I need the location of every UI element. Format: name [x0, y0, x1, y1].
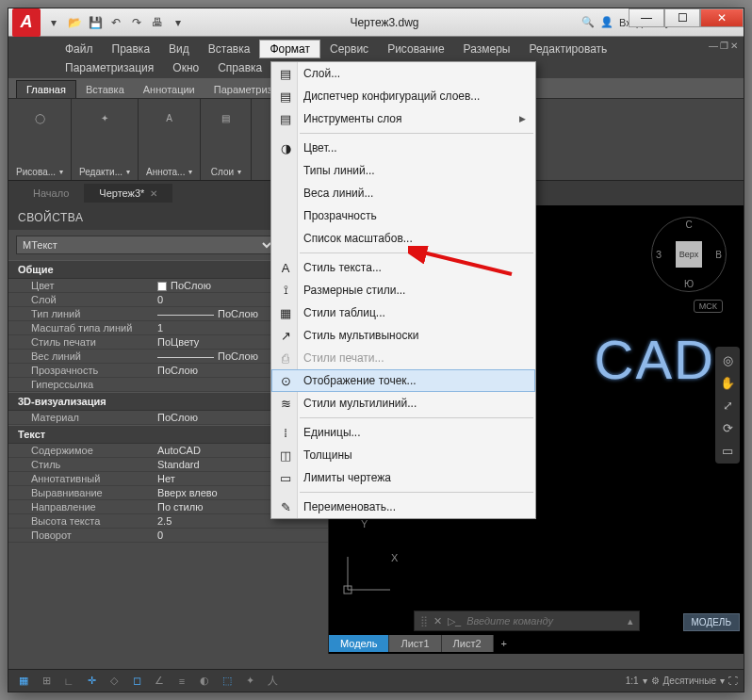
viewcube-north[interactable]: С [685, 220, 692, 230]
prop-value[interactable]: 0 [154, 529, 328, 541]
clean-screen-icon[interactable]: ⛶ [728, 676, 738, 686]
menu-Правка[interactable]: Правка [103, 41, 160, 57]
qp-icon[interactable]: 人 [263, 673, 282, 690]
user-icon[interactable]: 👤 [600, 16, 613, 28]
qat-redo-icon[interactable]: ↷ [127, 13, 146, 32]
menu-Рисование[interactable]: Рисование [378, 41, 453, 57]
menu-item[interactable]: ↗Стиль мультивыноски [271, 324, 535, 347]
menu-item[interactable]: Веса линий... [271, 182, 535, 204]
menu-item[interactable]: ⊙Отображение точек... [271, 369, 535, 392]
nav-wheel-icon[interactable]: ◎ [718, 350, 737, 369]
cmd-recent-icon[interactable]: ▴ [628, 615, 633, 627]
menu-Окно[interactable]: Окно [163, 59, 208, 76]
view-cube[interactable]: С Ю В З Верх [651, 217, 727, 292]
menu-item[interactable]: ▤Слой... [271, 62, 535, 85]
canvas-mtext[interactable]: CAD [595, 328, 715, 391]
panel-icon[interactable]: ▤ [211, 103, 241, 133]
grid-toggle-icon[interactable]: ▦ [14, 673, 33, 690]
app-logo[interactable]: A [12, 8, 41, 37]
doc-minimize-icon[interactable]: — [709, 41, 718, 51]
menu-Вставка[interactable]: Вставка [199, 41, 260, 57]
qat-more-icon[interactable]: ▾ [169, 13, 188, 32]
minimize-button[interactable]: — [629, 8, 664, 27]
polar-toggle-icon[interactable]: ✛ [82, 673, 101, 690]
doc-restore-icon[interactable]: ❐ [720, 41, 728, 51]
menu-Редактировать[interactable]: Редактировать [519, 41, 616, 57]
zoom-extents-icon[interactable]: ⤢ [718, 396, 737, 415]
transparency-toggle-icon[interactable]: ◐ [195, 673, 214, 690]
panel-icon[interactable]: ◯ [25, 103, 55, 133]
showmotion-icon[interactable]: ▭ [718, 441, 737, 460]
panel-icon[interactable]: A [155, 103, 185, 133]
menu-item[interactable]: Типы линий... [271, 159, 535, 182]
viewcube-top[interactable]: Верх [676, 241, 702, 268]
search-icon[interactable]: 🔍 [581, 16, 595, 28]
wcs-label[interactable]: МСК [694, 300, 723, 313]
qat-new-icon[interactable]: ▾ [44, 13, 63, 32]
selection-dropdown[interactable]: МТекст [16, 236, 275, 254]
ribbon-tab-Главная[interactable]: Главная [16, 80, 76, 98]
add-layout-button[interactable]: + [494, 635, 515, 652]
qat-open-icon[interactable]: 📂 [65, 13, 84, 32]
orbit-icon[interactable]: ⟳ [718, 418, 737, 437]
menu-item[interactable]: ▦Стили таблиц... [271, 301, 535, 324]
menu-item[interactable]: ◑Цвет... [271, 137, 535, 159]
ribbon-tab-Аннотации[interactable]: Аннотации [134, 81, 204, 98]
menu-Формат[interactable]: Формат [259, 40, 320, 58]
menu-Вид[interactable]: Вид [159, 41, 199, 57]
command-input[interactable] [466, 615, 622, 627]
layout-tab[interactable]: Лист1 [389, 635, 441, 652]
maximize-button[interactable]: ☐ [664, 8, 700, 27]
cmd-handle-icon[interactable]: ⣿ [420, 615, 428, 627]
viewcube-south[interactable]: Ю [684, 279, 694, 289]
ribbon-panel-3[interactable]: ▤Слои [201, 99, 252, 180]
qat-undo-icon[interactable]: ↶ [106, 13, 125, 32]
menu-item[interactable]: Список масштабов... [271, 227, 535, 250]
space-badge[interactable]: МОДЕЛЬ [683, 613, 740, 631]
doc-tab-active[interactable]: Чертеж3*✕ [84, 184, 172, 203]
menu-item[interactable]: ⎙Стили печати... [271, 347, 535, 369]
menu-item[interactable]: ⁞Единицы... [271, 421, 535, 444]
dyn-input-icon[interactable]: ✦ [240, 673, 259, 690]
menu-item[interactable]: Прозрачность [271, 204, 535, 227]
menu-item[interactable]: AСтиль текста... [271, 256, 535, 279]
menu-Справка[interactable]: Справка [208, 59, 271, 76]
lineweight-toggle-icon[interactable]: ≡ [172, 673, 191, 690]
menu-item[interactable]: ≋Стили мультилиний... [271, 392, 535, 415]
otrack-toggle-icon[interactable]: ∠ [150, 673, 169, 690]
menu-item[interactable]: ⟟Размерные стили... [271, 279, 535, 301]
ribbon-tab-Вставка[interactable]: Вставка [76, 81, 134, 98]
osnap-toggle-icon[interactable]: ◻ [127, 673, 146, 690]
props-row[interactable]: Поворот0 [8, 529, 328, 543]
viewcube-east[interactable]: В [715, 250, 722, 260]
ribbon-panel-1[interactable]: ✦Редакти... [72, 99, 139, 180]
ribbon-panel-0[interactable]: ◯Рисова... [8, 99, 72, 180]
selection-cycling-icon[interactable]: ⬚ [218, 673, 237, 690]
menu-item[interactable]: ◫Толщины [271, 444, 535, 466]
ribbon-panel-2[interactable]: AАннота... [139, 99, 201, 180]
doc-tab-start[interactable]: Начало [18, 184, 84, 203]
cmd-close-icon[interactable]: ✕ [433, 615, 442, 627]
panel-icon[interactable]: ✦ [90, 103, 120, 133]
pan-icon[interactable]: ✋ [718, 373, 737, 392]
menu-Размеры[interactable]: Размеры [454, 41, 520, 57]
command-line[interactable]: ⣿ ✕ ▷_ ▴ [414, 610, 640, 631]
viewcube-west[interactable]: З [656, 250, 662, 260]
menu-Параметризация[interactable]: Параметризация [56, 59, 163, 76]
snap-toggle-icon[interactable]: ⊞ [37, 673, 56, 690]
layout-tab[interactable]: Модель [329, 635, 389, 652]
workspace-icon[interactable]: ⚙ [651, 676, 660, 686]
layout-tab[interactable]: Лист2 [442, 635, 494, 652]
qat-save-icon[interactable]: 💾 [86, 13, 105, 32]
menu-item[interactable]: ▭Лимиты чертежа [271, 466, 535, 489]
ortho-toggle-icon[interactable]: ∟ [59, 673, 78, 690]
menu-item[interactable]: ▤Инструменты слоя▶ [271, 107, 535, 130]
units-mode[interactable]: Десятичные [663, 676, 716, 686]
menu-Сервис[interactable]: Сервис [320, 41, 378, 57]
menu-item[interactable]: ▤Диспетчер конфигураций слоев... [271, 85, 535, 107]
anno-scale[interactable]: 1:1 [626, 676, 639, 686]
doc-close-icon[interactable]: ✕ [730, 41, 738, 51]
close-button[interactable]: ✕ [700, 8, 744, 27]
menu-item[interactable]: ✎Переименовать... [271, 496, 535, 518]
qat-print-icon[interactable]: 🖶 [148, 13, 167, 32]
